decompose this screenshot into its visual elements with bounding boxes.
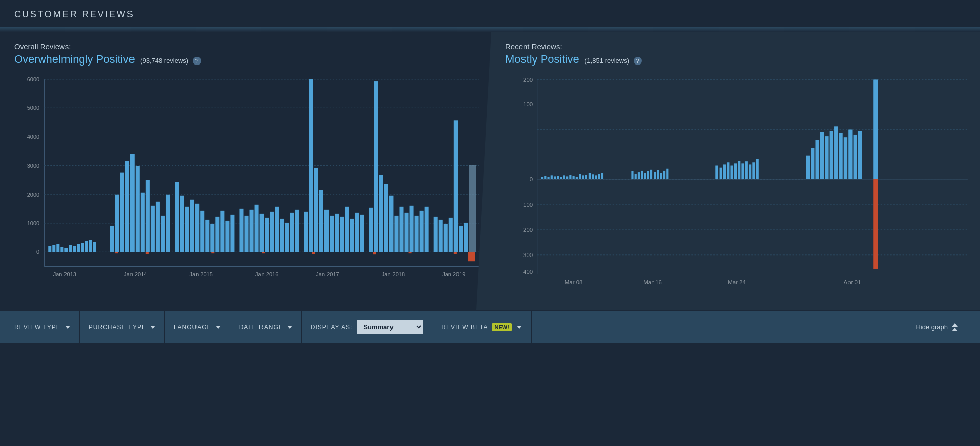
right-bar	[650, 170, 652, 179]
y-label-1000: 1000	[27, 220, 40, 226]
bar	[175, 182, 179, 252]
right-bar	[566, 176, 568, 179]
bar	[285, 223, 289, 252]
right-y-200-pos: 200	[523, 77, 533, 83]
bar	[379, 175, 383, 252]
right-bar-tall	[848, 130, 852, 179]
left-panel: Overall Reviews: Overwhelmingly Positive…	[0, 32, 491, 310]
header: CUSTOMER REVIEWS	[0, 0, 980, 27]
bar	[350, 219, 354, 252]
neg-bar-large	[468, 252, 475, 261]
hide-graph-button[interactable]: Hide graph	[905, 311, 968, 343]
purchase-type-chevron	[150, 326, 155, 329]
bar	[295, 210, 299, 252]
bar	[161, 216, 165, 252]
bar	[205, 220, 209, 252]
right-bar	[635, 174, 637, 179]
y-label-5000: 5000	[27, 105, 40, 111]
bar-spike	[309, 79, 313, 252]
right-bar	[551, 175, 553, 179]
right-bar	[749, 164, 751, 179]
bar	[115, 195, 119, 252]
bar	[125, 161, 129, 252]
right-bar	[666, 169, 668, 179]
right-x-mar24: Mar 24	[728, 279, 746, 285]
hide-graph-icon	[952, 323, 958, 331]
bar	[89, 240, 92, 252]
right-bar	[644, 173, 646, 179]
right-bar	[598, 174, 600, 179]
bar	[255, 205, 259, 252]
right-bar	[589, 173, 591, 179]
right-y-200-neg: 200	[523, 227, 533, 233]
date-range-dropdown[interactable]: DATE RANGE	[230, 311, 302, 343]
bar	[151, 206, 155, 252]
neg-bar	[115, 252, 118, 253]
recent-reviews-label: Recent Reviews:	[505, 42, 968, 51]
right-bar-tall	[834, 126, 838, 179]
right-bar	[738, 161, 740, 179]
bar-recent	[469, 165, 476, 252]
bar	[77, 244, 80, 252]
right-bar	[563, 175, 565, 179]
bar	[56, 244, 59, 252]
right-bar	[557, 176, 559, 179]
neg-bar	[373, 252, 376, 254]
bar	[85, 241, 88, 252]
x-label-2014: Jan 2014	[124, 271, 147, 277]
bar	[210, 224, 214, 252]
bar	[64, 248, 68, 252]
bar	[156, 202, 160, 252]
bar	[304, 212, 308, 252]
right-bar	[641, 171, 643, 179]
right-bar	[569, 175, 571, 179]
right-bar-tall	[839, 133, 842, 179]
bar	[52, 245, 55, 252]
neg-bar	[146, 252, 149, 254]
date-range-label: DATE RANGE	[239, 324, 283, 331]
right-bar-tall	[815, 140, 819, 179]
review-beta-chevron	[517, 326, 522, 329]
bar	[60, 247, 63, 252]
neg-bar	[312, 252, 315, 254]
right-bar	[660, 173, 662, 179]
right-bar	[631, 171, 633, 179]
overall-help-icon[interactable]: ?	[193, 57, 201, 65]
bar	[355, 213, 359, 252]
right-bar-tall	[811, 148, 814, 179]
controls-bar: REVIEW TYPE PURCHASE TYPE LANGUAGE DATE …	[0, 310, 980, 343]
bar	[319, 190, 323, 252]
bar	[260, 214, 264, 252]
right-chart-svg: 200 100 0 100 200 300 400	[505, 74, 968, 300]
overall-rating: Overwhelmingly Positive	[14, 53, 135, 66]
overall-reviews-label: Overall Reviews:	[14, 42, 479, 51]
purchase-type-dropdown[interactable]: PURCHASE TYPE	[80, 311, 165, 343]
right-bar	[647, 171, 649, 179]
bar	[244, 216, 248, 252]
y-label-3000: 3000	[27, 163, 40, 169]
review-beta-section[interactable]: REVIEW BETA NEW!	[432, 311, 531, 343]
right-y-0: 0	[530, 176, 533, 182]
bar	[230, 215, 234, 252]
bar	[330, 216, 334, 252]
x-label-2017: Jan 2017	[316, 271, 339, 277]
bar	[73, 246, 76, 252]
review-type-chevron	[65, 326, 70, 329]
review-type-dropdown[interactable]: REVIEW TYPE	[12, 311, 80, 343]
display-as-select[interactable]: Summary	[357, 320, 423, 334]
bar	[190, 200, 194, 252]
bar	[146, 180, 150, 252]
language-dropdown[interactable]: LANGUAGE	[165, 311, 230, 343]
bar	[239, 209, 243, 252]
page-wrapper: CUSTOMER REVIEWS Overall Reviews: Overwh…	[0, 0, 980, 343]
bar	[420, 211, 424, 252]
bar	[290, 213, 294, 252]
right-y-100-neg: 100	[523, 202, 533, 208]
bar	[405, 213, 409, 252]
recent-help-icon[interactable]: ?	[634, 57, 642, 65]
bar	[195, 204, 199, 252]
recent-count: (1,851 reviews)	[584, 57, 629, 65]
right-bar-tall	[830, 131, 833, 179]
right-bar	[547, 177, 549, 179]
recent-rating-row: Mostly Positive (1,851 reviews) ?	[505, 53, 968, 66]
